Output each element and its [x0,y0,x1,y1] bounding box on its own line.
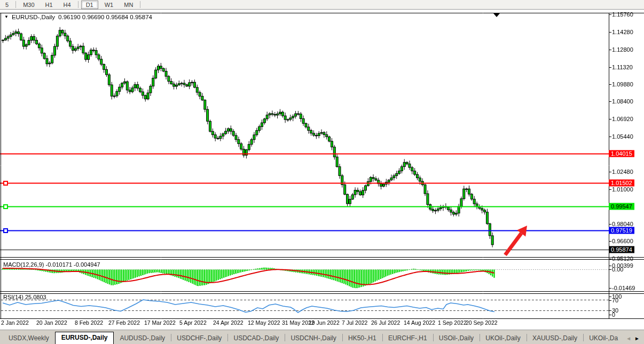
collapse-triangle-icon[interactable]: ▼ [4,15,9,19]
horizontal-line-1.04015[interactable] [0,152,609,155]
timeframe-button-W1[interactable]: W1 [100,1,118,9]
timeframe-button-M30[interactable]: M30 [19,1,38,9]
price-axis-tick: 1.05440 [612,133,633,140]
price-axis-tick: 1.12800 [612,46,633,53]
macd-axis-tick: 0.00 [612,266,623,273]
tab-usdchf-daily[interactable]: USDCHF-,Daily [171,333,227,344]
rsi-label: RSI(14) 25.0803 [3,294,46,300]
date-axis-tick: 17 Mar 2022 [144,319,176,326]
tab-scroll-left-icon[interactable]: ◄ [626,335,631,341]
date-axis-tick: 7 Jul 2022 [342,319,367,326]
timeframe-button-H4[interactable]: H4 [59,1,75,9]
date-axis-tick: 12 May 2022 [248,319,280,326]
tab-hk50-h1[interactable]: HK50-,H1 [342,333,382,344]
tab-audusd-daily[interactable]: AUDUSD-,Daily [114,333,171,344]
rsi-axis-tick: 0 [612,311,615,318]
trading-terminal-window: 5M30H1H4D1W1MN ▼ EURUSD-,Daily 0.96190 0… [0,0,644,344]
date-axis-tick: 1 Sep 2022 [438,319,467,326]
chart-canvas[interactable] [0,0,644,344]
tab-ukoil-da[interactable]: UKOil-,Da [583,333,624,344]
timeframe-button-H1[interactable]: H1 [41,1,57,9]
timeframe-toolbar: 5M30H1H4D1W1MN [0,0,644,10]
tab-scroll-controls: ◄► [624,335,644,344]
ohlc-values: 0.96190 0.96690 0.95684 0.95874 [58,14,152,20]
price-axis-tick: 1.08400 [612,98,633,105]
price-badge: 0.95874 [609,246,634,253]
price-badge: 0.99547 [609,203,634,210]
price-axis-tick: 1.01000 [612,186,633,193]
price-axis-tick: 1.14280 [612,29,633,35]
date-axis-tick: 27 Feb 2022 [108,319,140,326]
rsi-axis-tick: 70 [612,297,618,303]
price-axis-tick: 1.02480 [612,169,633,175]
timeframe-button-5[interactable]: 5 [1,1,13,9]
horizontal-line-0.99547[interactable] [0,205,609,208]
toolbar-separator [140,1,140,8]
price-axis-tick: 0.96600 [612,238,633,244]
tab-xauusd-daily[interactable]: XAUUSD-,Daily [527,333,583,344]
date-axis-tick: 19 Jun 2022 [309,319,340,326]
date-axis-tick: 2 Jan 2022 [1,319,29,326]
tab-usdcad-daily[interactable]: USDCAD-,Daily [228,333,285,344]
price-axis-tick: 1.09880 [612,81,633,87]
price-axis-tick: 1.06920 [612,116,633,122]
macd-axis-tick: -0.01469 [612,285,635,291]
symbol-tabbar: USDX,WeeklyEURUSD-,DailyAUDUSD-,DailyUSD… [0,330,644,344]
price-badge: 0.97519 [609,227,634,234]
date-axis-tick: 24 Apr 2022 [213,319,244,326]
price-axis-tick: 0.95120 [612,255,633,262]
tab-scroll-right-icon[interactable]: ► [634,335,640,341]
timeframe-button-MN[interactable]: MN [120,1,137,9]
price-axis-tick: 1.15760 [612,11,633,18]
tab-eurusd-daily[interactable]: EURUSD-,Daily [55,332,114,344]
tab-usoil-daily[interactable]: USOil-,Daily [433,333,480,344]
tab-usdcnh-daily[interactable]: USDCNH-,Daily [285,333,342,344]
horizontal-line-1.01502[interactable] [0,181,609,185]
timeframe-button-D1[interactable]: D1 [81,1,98,9]
date-axis-tick: 26 Jul 2022 [371,319,400,326]
toolbar-separator [78,1,78,8]
date-axis-tick: 20 Sep 2022 [466,319,498,326]
tab-eurchf-h1[interactable]: EURCHF-,H1 [382,333,433,344]
toolbar-separator [15,1,16,8]
chart-title: ▼ EURUSD-,Daily 0.96190 0.96690 0.95684 … [4,14,152,20]
price-badge: 1.04015 [609,150,634,157]
tab-usdx-weekly[interactable]: USDX,Weekly [3,333,55,344]
date-axis-tick: 5 Apr 2022 [179,319,207,326]
tab-ukoil-daily[interactable]: UKOil-,Daily [480,333,526,344]
date-axis-tick: 8 Feb 2022 [75,319,103,326]
date-axis-tick: 14 Aug 2022 [404,319,435,326]
drawn-arrow-object[interactable] [505,226,527,255]
price-badge: 1.01502 [609,180,634,187]
date-axis-tick: 20 Jan 2022 [36,319,67,326]
symbol-period-label: EURUSD-,Daily [12,14,55,20]
price-axis-tick: 1.11320 [612,64,633,70]
macd-label: MACD(12,26,9) -0.010171 -0.004947 [3,261,100,268]
